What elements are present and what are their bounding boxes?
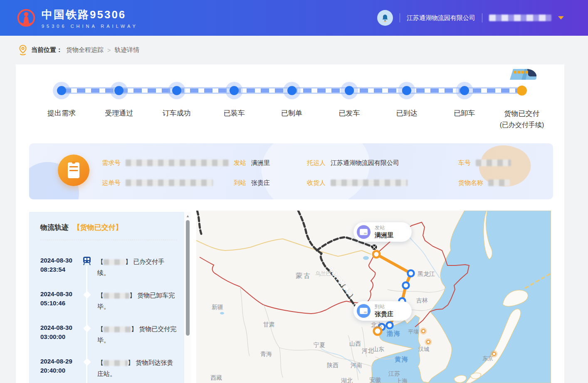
- field-label: 托运人: [307, 159, 326, 167]
- trace-header: 物流轨迹 【货物已交付】: [40, 223, 177, 232]
- order-fields: 需求号发站满洲里托运人江苏通湖物流园有限公司车号运单号到站张贵庄收货人货物名称: [102, 157, 546, 197]
- field-label: 需求号: [102, 159, 121, 167]
- trace-entry: 2024-08-2920:40:00【】 货物到达张贵庄站。: [40, 357, 177, 383]
- trace-entry-datetime: 2024-08-3003:00:00: [40, 323, 82, 357]
- chevron-down-icon[interactable]: [558, 16, 564, 20]
- field-label: 车号: [458, 159, 471, 167]
- map-label-province: 湖北: [341, 377, 353, 383]
- masked-station-name: [104, 360, 128, 366]
- station-name: 满洲里: [375, 231, 393, 239]
- masked-station-name: [104, 259, 125, 265]
- trace-entry-text: 【】 已办交付手续。: [97, 256, 177, 290]
- station-kind-label: 发站: [375, 225, 393, 231]
- map-label-province: 吉林: [416, 297, 428, 304]
- progress-step-sublabel: (已办交付手续): [487, 121, 557, 130]
- map[interactable]: 黑龙江吉林蒙古乌兰巴托新疆甘肃青海西藏宁夏陕西山西河北河南湖北山东安徽江苏上海北…: [196, 211, 551, 383]
- trace-entry-text: 【】 货物已卸车完毕。: [97, 290, 177, 323]
- location-pin-icon: [18, 44, 27, 56]
- trace-entry-time: 20:40:00: [40, 366, 82, 375]
- progress-node: [287, 86, 296, 95]
- map-label-province: 青海: [260, 351, 272, 357]
- route-waypoint: [403, 282, 409, 289]
- progress-node: [172, 86, 181, 95]
- diamond-shape: [83, 291, 91, 298]
- map-label-province: 蒙古: [296, 272, 311, 279]
- map-label-province: 上海: [396, 378, 408, 383]
- progress-node: [114, 86, 124, 95]
- map-label-province: 宁夏: [314, 341, 325, 348]
- breadcrumb-prefix: 当前位置：: [31, 46, 62, 54]
- order-info-card: 需求号发站满洲里托运人江苏通湖物流园有限公司车号运单号到站张贵庄收货人货物名称: [29, 143, 553, 199]
- masked-value: [126, 160, 230, 166]
- map-label-province: 江苏: [388, 370, 400, 377]
- progress-timeline: 提出需求受理通过订车成功已装车已制单已发车已到达已卸车货物已交付(已办交付手续): [16, 64, 564, 143]
- progress-node: [460, 86, 469, 95]
- progress-node: [402, 86, 411, 95]
- map-tooltip-destination: 到站张贵庄: [353, 301, 412, 321]
- route-origin-marker: [373, 251, 380, 258]
- order-row: 需求号发站满洲里托运人江苏通湖物流园有限公司车号: [102, 157, 546, 168]
- order-field: 到站张贵庄: [234, 179, 307, 187]
- username-masked[interactable]: [489, 15, 551, 21]
- map-label-city: 东京: [482, 355, 493, 361]
- train-icon: [506, 67, 538, 83]
- trace-entry: 2024-08-3005:10:46【】 货物已卸车完毕。: [40, 290, 177, 323]
- notification-bell-icon[interactable]: [377, 10, 393, 26]
- map-label-province: 西藏: [210, 374, 222, 381]
- brand-title: 中国铁路95306: [42, 7, 138, 22]
- order-field: 运单号: [102, 179, 234, 187]
- trace-title: 物流轨迹: [40, 223, 69, 231]
- field-value: 满洲里: [251, 159, 270, 167]
- trace-entry-date: 2024-08-29: [40, 357, 82, 366]
- breadcrumb: 当前位置： 货物全程追踪 > 轨迹详情: [0, 36, 588, 64]
- app-header: 中国铁路95306 95306 CHINA RAILWAY 江苏通湖物流园有限公…: [0, 0, 588, 36]
- diamond-shape: [83, 324, 91, 332]
- dashed-divider: [40, 240, 177, 240]
- waybill-icon: [58, 155, 89, 186]
- china-railway-logo-icon: [17, 8, 36, 27]
- trace-entry: 2024-08-3008:23:54【】 已办交付手续。: [40, 256, 177, 290]
- map-label-province: 山西: [349, 340, 361, 347]
- header-divider: [400, 13, 400, 22]
- route-destination-marker: [374, 327, 381, 335]
- order-row: 运单号到站张贵庄收货人货物名称: [102, 177, 546, 188]
- trace-status: 【货物已交付】: [73, 223, 123, 231]
- map-label-city: 汉城: [418, 346, 429, 352]
- diamond-shape: [83, 358, 91, 366]
- scrollbar-thumb[interactable]: [186, 220, 190, 336]
- progress-step-label: 货物已交付: [487, 109, 557, 118]
- trace-entry: 2024-08-3003:00:00【】 货物已交付完毕。: [40, 323, 177, 357]
- order-field: 收货人: [307, 179, 458, 187]
- map-label-city: 平壤: [408, 329, 419, 335]
- breadcrumb-link-tracking[interactable]: 货物全程追踪: [66, 46, 104, 54]
- map-label-province: 北京: [371, 322, 383, 328]
- trace-entry-date: 2024-08-30: [40, 290, 82, 299]
- trace-entries: 2024-08-3008:23:54【】 已办交付手续。2024-08-3005…: [40, 256, 177, 383]
- trace-entry-datetime: 2024-08-2920:40:00: [40, 357, 82, 383]
- order-field: 托运人江苏通湖物流园有限公司: [307, 159, 458, 167]
- header-divider: [482, 13, 482, 22]
- trace-entry-time: 08:23:54: [40, 265, 82, 274]
- progress-node: [57, 86, 66, 95]
- scrollbar-up-arrow[interactable]: ▲: [185, 212, 191, 218]
- brand: 中国铁路95306 95306 CHINA RAILWAY: [17, 7, 138, 29]
- header-right: 江苏通湖物流园有限公司: [377, 10, 564, 26]
- diamond-marker-icon: [82, 290, 92, 323]
- route-waypoint: [408, 270, 414, 277]
- trace-scrollbar[interactable]: ▲: [185, 212, 191, 383]
- field-label: 收货人: [307, 179, 326, 187]
- railway-station-symbol: [372, 245, 377, 250]
- order-field: 发站满洲里: [234, 159, 307, 167]
- order-field: 货物名称: [458, 179, 510, 187]
- progress-node: [345, 86, 354, 95]
- map-label-province: 黑龙江: [418, 270, 435, 277]
- map-tooltip-origin: 发站满洲里: [353, 222, 412, 242]
- masked-value: [331, 179, 408, 186]
- station-name: 张贵庄: [375, 310, 393, 318]
- page: 中国铁路95306 95306 CHINA RAILWAY 江苏通湖物流园有限公…: [0, 0, 588, 383]
- masked-station-name: [104, 327, 131, 332]
- map-label-province: 河南: [351, 362, 362, 368]
- progress-node-current: [517, 86, 527, 96]
- station-icon: [357, 225, 371, 239]
- map-label-province: 陕西: [327, 362, 338, 368]
